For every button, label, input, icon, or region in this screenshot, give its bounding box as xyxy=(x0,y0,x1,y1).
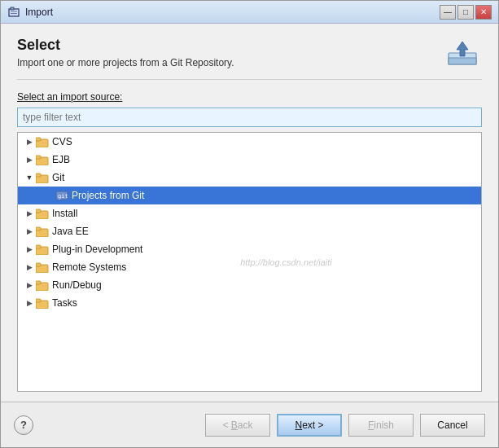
expand-icon-tasks: ▶ xyxy=(24,298,34,308)
tree-item-java-ee[interactable]: ▶ Java EE xyxy=(18,222,481,240)
tree-label-tasks: Tasks xyxy=(52,297,481,309)
svg-rect-20 xyxy=(36,245,41,248)
folder-icon-remote xyxy=(36,261,49,273)
tree-label-projects-from-git: Projects from Git xyxy=(72,190,481,201)
svg-rect-8 xyxy=(36,138,41,141)
svg-rect-26 xyxy=(36,299,41,302)
tree-label-install: Install xyxy=(52,208,481,219)
tree-item-projects-from-git[interactable]: git Projects from Git xyxy=(18,187,481,204)
tree-item-install[interactable]: ▶ Install xyxy=(18,204,481,222)
header-icon xyxy=(443,37,482,69)
tree-label-remote-systems: Remote Systems xyxy=(52,261,481,273)
close-button[interactable]: ✕ xyxy=(475,5,492,20)
folder-icon-run-debug xyxy=(36,279,49,291)
tree-label-java-ee: Java EE xyxy=(52,226,481,237)
svg-rect-1 xyxy=(11,7,14,10)
source-label: Select an import source: xyxy=(17,91,482,103)
folder-icon-cvs xyxy=(36,136,49,147)
filter-input[interactable] xyxy=(17,108,482,127)
svg-rect-24 xyxy=(36,281,41,284)
tree-item-run-debug[interactable]: ▶ Run/Debug xyxy=(18,276,481,294)
cancel-button[interactable]: Cancel xyxy=(420,414,485,437)
folder-icon-tasks xyxy=(36,297,49,309)
expand-icon-run-debug: ▶ xyxy=(24,280,34,290)
maximize-button[interactable]: □ xyxy=(457,5,474,20)
expand-icon-projects xyxy=(44,191,54,200)
next-button[interactable]: Next > xyxy=(277,414,342,437)
tree-item-remote-systems[interactable]: ▶ Remote Systems xyxy=(18,258,481,276)
tree-label-plugin-dev: Plug-in Development xyxy=(52,244,481,255)
folder-icon-java-ee xyxy=(36,226,49,237)
svg-rect-16 xyxy=(36,209,41,213)
cancel-label: Cancel xyxy=(437,419,467,431)
back-label: < Back xyxy=(222,419,252,431)
header-section: Select Import one or more projects from … xyxy=(17,37,482,80)
finish-button[interactable]: Finish xyxy=(348,414,414,437)
svg-rect-5 xyxy=(449,58,476,64)
svg-text:git: git xyxy=(58,193,68,200)
git-item-icon: git xyxy=(55,190,68,201)
tree-item-cvs[interactable]: ▶ CVS xyxy=(18,133,481,151)
svg-rect-10 xyxy=(36,156,41,159)
help-button[interactable]: ? xyxy=(14,415,33,435)
expand-icon-remote: ▶ xyxy=(24,262,34,272)
header-text: Select Import one or more projects from … xyxy=(17,37,234,68)
folder-icon-plugin xyxy=(36,244,49,255)
tree-label-run-debug: Run/Debug xyxy=(52,279,481,291)
folder-icon-ejb xyxy=(36,154,49,165)
title-bar: Import — □ ✕ xyxy=(1,1,498,24)
window-icon xyxy=(7,6,20,19)
next-label: Next > xyxy=(295,419,323,431)
tree-label-git: Git xyxy=(52,172,481,183)
page-subtitle: Import one or more projects from a Git R… xyxy=(17,57,234,68)
page-title: Select xyxy=(17,37,234,54)
folder-icon-git xyxy=(36,172,49,183)
expand-icon-ejb: ▶ xyxy=(24,155,34,165)
svg-rect-22 xyxy=(36,263,41,266)
tree-label-cvs: CVS xyxy=(52,136,481,147)
svg-rect-18 xyxy=(36,227,41,231)
expand-icon-java-ee: ▶ xyxy=(24,226,34,236)
tree-item-git[interactable]: ▼ Git xyxy=(18,169,481,187)
tree-container: ▶ CVS ▶ EJB xyxy=(17,132,482,392)
window-controls: — □ ✕ xyxy=(440,5,492,20)
expand-icon-git: ▼ xyxy=(24,173,34,182)
svg-rect-12 xyxy=(36,173,41,177)
folder-icon-install xyxy=(36,208,49,219)
expand-icon-install: ▶ xyxy=(24,209,34,218)
bottom-bar: ? < Back Next > Finish Cancel xyxy=(1,402,498,447)
import-graphic xyxy=(445,38,479,68)
back-button[interactable]: < Back xyxy=(205,414,270,437)
window-title: Import xyxy=(25,7,440,18)
content-area: Select Import one or more projects from … xyxy=(1,24,498,402)
import-dialog: Import — □ ✕ Select Import one or more p… xyxy=(0,0,499,448)
minimize-button[interactable]: — xyxy=(440,5,456,20)
expand-icon-plugin: ▶ xyxy=(24,244,34,254)
finish-label: Finish xyxy=(368,419,394,431)
tree-item-plugin-dev[interactable]: ▶ Plug-in Development xyxy=(18,240,481,258)
tree-item-ejb[interactable]: ▶ EJB xyxy=(18,151,481,169)
tree-label-ejb: EJB xyxy=(52,154,481,165)
tree-item-tasks[interactable]: ▶ Tasks xyxy=(18,294,481,312)
expand-icon-cvs: ▶ xyxy=(24,137,34,147)
